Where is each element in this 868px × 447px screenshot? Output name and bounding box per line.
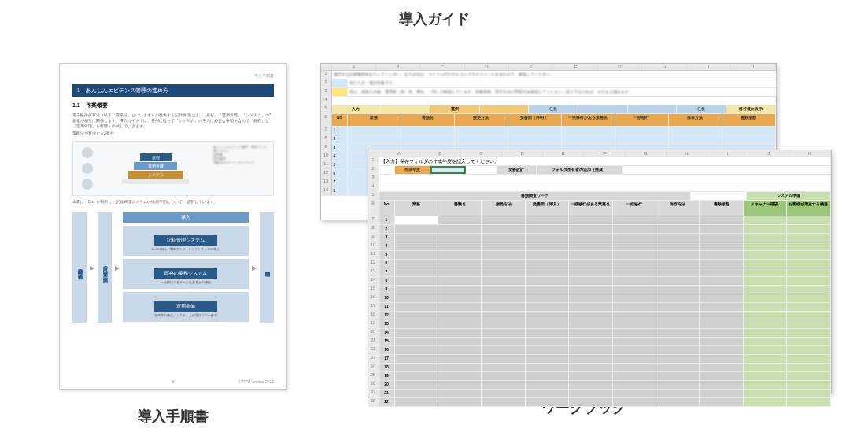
- blank-row: 4: [368, 183, 831, 192]
- arrow-icon: ▶: [90, 212, 94, 323]
- data-row: 2317: [368, 355, 831, 364]
- column-header-row: 6 No 業務 書類名 授受方法 受書面（件/月） 一括移行がある業務名 一括移…: [368, 201, 831, 216]
- flow-mid-bar: 対象の書類を確認: [98, 212, 112, 323]
- data-row: 2216: [368, 346, 831, 355]
- flow-block-3: 運用準備 規程等の修正／システム上の運用フロー作成: [123, 292, 249, 322]
- data-row: 104: [368, 242, 831, 251]
- flow-block-2: 既存の業務システム 一括移行するデータはあるかの確認: [123, 259, 249, 289]
- pyramid-top: 規程: [140, 153, 172, 161]
- pyramid-icons: [73, 142, 101, 195]
- data-row: 148: [368, 277, 831, 286]
- data-row: 2620: [368, 381, 831, 390]
- pyramid-right-notes: あんしんエビデンス管理 基本パック 導入ガイド 規程集 運用管理 電帳法サポート…: [210, 142, 273, 195]
- left-column: 導入手順書 1 あんしんエビデンス管理の進め方 1.1 作業概要 電子帳簿保存法…: [0, 63, 299, 447]
- note-row: 2色の入力・選択対象です。: [321, 79, 776, 88]
- data-row: 1913: [368, 320, 831, 329]
- workbook-stack: ABCDEFGHIJ 1移行する記録種別を記入してください。記入方法は、タイトル…: [320, 63, 824, 386]
- doc-pyramid-diagram: 規程 運用管理 システム あんしんエビデンス管理 基本パック 導入ガイド 規程集…: [72, 141, 274, 196]
- gear-icon: [82, 163, 93, 174]
- flow-block-1: 記録管理システム Boxの契約／電帳法サポートソフトウェアの導入: [123, 226, 249, 256]
- doc-chapter-bar: 1 あんしんエビデンス管理の進め方: [72, 84, 274, 97]
- pyramid-stack: 規程 運用管理 システム: [101, 142, 210, 195]
- data-row: 93: [368, 234, 831, 242]
- pyramid-base: [122, 179, 189, 184]
- input-row: 2 作成年度 文書設計 フォルダ所有者の追加（推奨）: [368, 166, 831, 175]
- pyramid-system: システム: [128, 171, 183, 179]
- data-row: 126: [368, 260, 831, 268]
- content-area: 導入手順書 1 あんしんエビデンス管理の進め方 1.1 作業概要 電子帳簿保存法…: [0, 63, 868, 447]
- person-icon: [82, 147, 93, 158]
- page-title: 導入ガイド: [399, 9, 470, 28]
- scanner-icon: [82, 179, 93, 190]
- pyramid-mid: 運用管理: [134, 162, 177, 170]
- arrow-icon: ▶: [115, 212, 120, 323]
- column-header-row: 6 No 業務 書類名 授受方法 受書面（件/月） 一括移行がある業務名 一括移…: [321, 114, 776, 127]
- data-row: 1610: [368, 294, 831, 303]
- blank-row: 3: [368, 175, 831, 183]
- data-row: 1711: [368, 303, 831, 312]
- data-row: 2418: [368, 364, 831, 372]
- data-row: 71: [368, 216, 831, 225]
- data-row: 82: [321, 135, 776, 144]
- flow-left-bar: 推進体制の準備: [72, 212, 87, 323]
- data-row: 1812: [368, 312, 831, 320]
- sheet-col-header: ABCDEFGHIJ: [321, 64, 776, 71]
- flow-header: 導入: [123, 212, 249, 223]
- year-input-cell[interactable]: [430, 166, 466, 174]
- sheet-col-header: A B C D E F G H I J K: [368, 150, 831, 157]
- data-row: 137: [368, 268, 831, 277]
- group-header-row: 5 書類調査ワーク システム準備: [368, 192, 831, 201]
- workbook-sheet-front: A B C D E F G H I J K 1【入力】保存フォルダの作成年度を記…: [368, 150, 832, 393]
- note-row: 1移行する記録種別を記入してください。記入方法は、タイトル行のセル上にマウスカー…: [321, 71, 776, 79]
- doc-section-number: 1.1 作業概要: [72, 102, 274, 109]
- data-row: 82: [368, 225, 831, 234]
- note-row: 3色は、画面入力後、運用状（例：色、優先、一部）が確認しています。対象業務 実行…: [321, 88, 776, 97]
- doc-paragraph-2: 本書は、Box を利用した記録管理システムの構築手順について、説明しています。: [72, 199, 274, 205]
- add-owner-button[interactable]: フォルダ所有者の追加（推奨）: [537, 166, 623, 174]
- data-row: 159: [368, 286, 831, 294]
- left-caption: 導入手順書: [138, 407, 209, 426]
- data-row: 2519: [368, 372, 831, 381]
- doc-paragraph-1: 電子帳簿保存法（以下「電帳法」といいます）が要求する記録管理には、「規程」「運用…: [72, 113, 274, 129]
- document-thumbnail: 導入手順書 1 あんしんエビデンス管理の進め方 1.1 作業概要 電子帳簿保存法…: [59, 63, 287, 390]
- blank-row: 4: [321, 97, 776, 105]
- data-row: 71: [321, 127, 776, 135]
- data-row: 2115: [368, 338, 831, 346]
- doc-footer-copyright: © PFU Limited 2022: [238, 379, 274, 384]
- doc-flow-diagram: 推進体制の準備 ▶ 対象の書類を確認 ▶ 導入 記録管理システム Boxの契約／…: [72, 212, 274, 323]
- doc-paragraph-sub: 電帳法が要求する3要件: [72, 131, 274, 136]
- group-header-row: 5 入力 選択 任意 任意 移行後に表示: [321, 105, 776, 114]
- flow-center-blocks: 導入 記録管理システム Boxの契約／電帳法サポートソフトウェアの導入 既存の業…: [123, 212, 249, 323]
- arrow-icon: ▶: [252, 212, 257, 323]
- data-row: 2721: [368, 390, 831, 398]
- data-row: 2014: [368, 329, 831, 338]
- right-column: ABCDEFGHIJ 1移行する記録種別を記入してください。記入方法は、タイトル…: [299, 63, 868, 447]
- instruction-row: 1【入力】保存フォルダの作成年度を記入してください。: [368, 157, 831, 166]
- data-row: 115: [368, 251, 831, 260]
- doc-page-number: 6: [172, 379, 175, 384]
- data-row: 2822: [368, 398, 831, 407]
- doc-design-button[interactable]: 文書設計: [497, 166, 537, 174]
- flow-right-bar: 運用開始: [260, 212, 274, 323]
- doc-topright: 導入手順書: [72, 73, 274, 78]
